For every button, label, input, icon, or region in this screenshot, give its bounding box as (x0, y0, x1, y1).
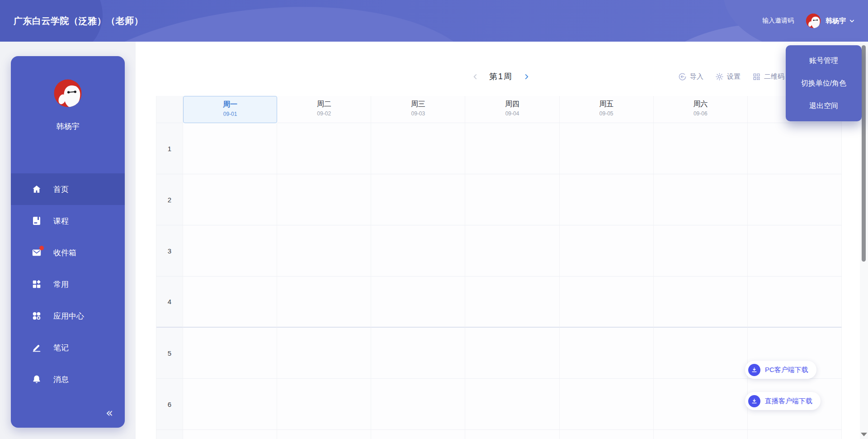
grid-corner-cell (156, 96, 183, 123)
schedule-cell[interactable] (654, 277, 748, 328)
user-avatar[interactable] (806, 13, 821, 29)
schedule-cell[interactable] (654, 174, 748, 225)
sidebar-item-label: 收件箱 (53, 248, 76, 258)
username-label[interactable]: 韩杨宇 (826, 17, 846, 25)
schedule-grid: 周一09-01 周二09-02 周三09-03 周四09-04 周五09-05 … (156, 96, 842, 439)
schedule-cell[interactable] (654, 379, 748, 430)
sidebar-item-notes[interactable]: 笔记 (11, 332, 125, 363)
inbox-icon (32, 248, 42, 258)
schedule-cell[interactable] (371, 123, 465, 174)
schedule-cell[interactable] (371, 379, 465, 430)
pc-client-download-button[interactable]: PC客户端下载 (745, 361, 816, 379)
import-button[interactable]: 导入 (678, 72, 703, 81)
schedule-cell[interactable] (183, 277, 277, 328)
qrcode-button[interactable]: 二维码 (752, 72, 784, 81)
schedule-cell[interactable] (371, 225, 465, 277)
schedule-cell[interactable] (277, 123, 371, 174)
week-label: 第1周 (489, 71, 513, 82)
schedule-cell[interactable] (371, 277, 465, 328)
app-center-icon (32, 311, 42, 321)
schedule-cell[interactable] (560, 123, 654, 174)
scroll-down-arrow-icon[interactable] (861, 433, 867, 436)
schedule-cell[interactable] (654, 430, 748, 439)
schedule-cell[interactable] (560, 328, 654, 379)
schedule-cell[interactable] (748, 123, 842, 174)
notes-icon (32, 343, 42, 353)
schedule-cell[interactable] (465, 430, 559, 439)
next-week-button[interactable] (523, 73, 530, 81)
schedule-cell[interactable] (560, 379, 654, 430)
invite-code-link[interactable]: 输入邀请码 (762, 17, 794, 25)
live-client-download-button[interactable]: 直播客户端下载 (745, 392, 821, 410)
prev-week-button[interactable] (472, 73, 479, 81)
schedule-cell[interactable] (560, 174, 654, 225)
period-number: 3 (156, 225, 183, 277)
sidebar-collapse-button[interactable]: « (106, 407, 113, 419)
sidebar-item-label: 常用 (53, 279, 69, 290)
day-header-tue[interactable]: 周二09-02 (277, 96, 371, 123)
frequent-icon (32, 279, 42, 289)
schedule-cell[interactable] (748, 277, 842, 328)
schedule-cell[interactable] (183, 328, 277, 379)
day-header-mon[interactable]: 周一09-01 (183, 96, 277, 123)
schedule-cell[interactable] (183, 123, 277, 174)
period-number: 2 (156, 174, 183, 225)
sidebar-item-home[interactable]: 首页 (11, 173, 125, 205)
schedule-cell[interactable] (654, 328, 748, 379)
sidebar-item-app-center[interactable]: 应用中心 (11, 300, 125, 332)
schedule-cell[interactable] (277, 174, 371, 225)
qrcode-icon (752, 72, 761, 81)
schedule-cell[interactable] (277, 430, 371, 439)
chevron-down-icon[interactable] (849, 18, 855, 24)
period-number: 4 (156, 277, 183, 328)
top-header-bar: 广东白云学院（泛雅）（老师） 输入邀请码 韩杨宇 (0, 0, 868, 42)
schedule-cell[interactable] (277, 328, 371, 379)
schedule-cell[interactable] (654, 123, 748, 174)
schedule-cell[interactable] (465, 328, 559, 379)
sidebar-item-frequent[interactable]: 常用 (11, 268, 125, 300)
day-header-fri[interactable]: 周五09-05 (560, 96, 654, 123)
day-header-thu[interactable]: 周四09-04 (465, 96, 559, 123)
day-header-wed[interactable]: 周三09-03 (371, 96, 465, 123)
schedule-toolbar: 导入 设置 二维码 (678, 67, 784, 86)
schedule-cell[interactable] (560, 430, 654, 439)
schedule-cell[interactable] (748, 430, 842, 439)
day-header-sat[interactable]: 周六09-06 (654, 96, 748, 123)
sidebar-item-courses[interactable]: 课程 (11, 205, 125, 237)
period-number: 5 (156, 328, 183, 379)
settings-icon (715, 72, 724, 81)
schedule-cell[interactable] (277, 277, 371, 328)
schedule-cell[interactable] (371, 174, 465, 225)
schedule-cell[interactable] (371, 430, 465, 439)
sidebar-item-label: 消息 (53, 374, 69, 385)
schedule-cell[interactable] (465, 174, 559, 225)
scrollbar-thumb[interactable] (862, 45, 866, 262)
schedule-cell[interactable] (560, 277, 654, 328)
schedule-cell[interactable] (183, 174, 277, 225)
schedule-cell[interactable] (560, 225, 654, 277)
menu-item-exit-space[interactable]: 退出空间 (786, 95, 862, 117)
schedule-cell[interactable] (465, 225, 559, 277)
menu-item-account-management[interactable]: 账号管理 (786, 49, 862, 72)
schedule-cell[interactable] (654, 225, 748, 277)
schedule-cell[interactable] (371, 328, 465, 379)
sidebar-item-messages[interactable]: 消息 (11, 363, 125, 395)
schedule-cell[interactable] (277, 225, 371, 277)
schedule-cell[interactable] (277, 379, 371, 430)
schedule-cell[interactable] (465, 123, 559, 174)
schedule-cell[interactable] (748, 174, 842, 225)
settings-button[interactable]: 设置 (715, 72, 741, 81)
menu-item-switch-unit-role[interactable]: 切换单位/角色 (786, 72, 862, 95)
schedule-cell[interactable] (465, 379, 559, 430)
schedule-cell[interactable] (183, 379, 277, 430)
schedule-cell[interactable] (183, 430, 277, 439)
sidebar-item-label: 应用中心 (53, 311, 84, 321)
site-title: 广东白云学院（泛雅）（老师） (14, 0, 143, 42)
period-number: 7 (156, 430, 183, 439)
sidebar-menu: 首页 课程 收件箱 常用 应用中心 (11, 173, 125, 395)
schedule-cell[interactable] (748, 225, 842, 277)
user-dropdown-menu: 账号管理 切换单位/角色 退出空间 (786, 45, 862, 121)
sidebar-item-inbox[interactable]: 收件箱 (11, 237, 125, 268)
schedule-cell[interactable] (183, 225, 277, 277)
schedule-cell[interactable] (465, 277, 559, 328)
